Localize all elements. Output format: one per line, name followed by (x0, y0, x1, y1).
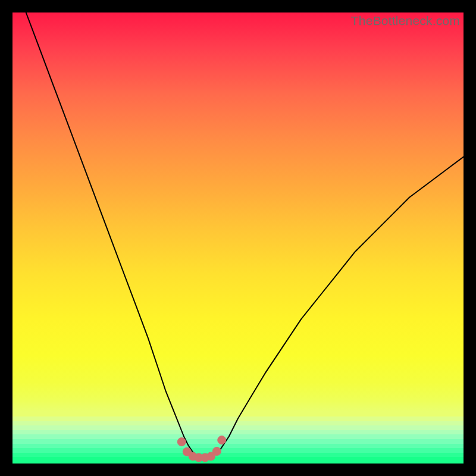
marker-point (218, 436, 226, 444)
bottleneck-curve (12, 0, 464, 458)
marker-point (177, 438, 186, 446)
curve-svg (12, 12, 464, 464)
marker-point (212, 447, 221, 456)
flat-region-markers (177, 436, 226, 462)
plot-area: TheBottleneck.com (12, 12, 464, 464)
chart-frame: TheBottleneck.com (0, 0, 476, 476)
